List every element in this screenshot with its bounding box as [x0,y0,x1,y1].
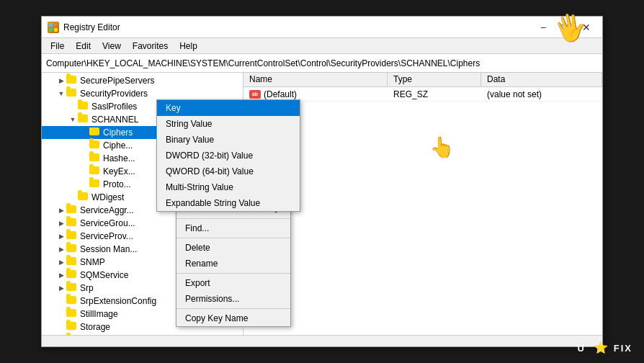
tree-label: Hashe... [103,153,135,163]
tree-label: Storage [80,322,110,332]
tree-item-securepipeservers[interactable]: ▶ SecurePipeServers [42,74,243,87]
address-text[interactable]: Computer\HKEY_LOCAL_MACHINE\SYSTEM\Curre… [46,58,598,68]
ctx-rename[interactable]: Rename [176,256,290,272]
tree-label: SaslProfiles [91,102,137,112]
tree-label: ServiceAggr... [80,205,134,215]
expander-icon: ▶ [56,283,66,293]
expander-icon: ▶ [56,205,66,215]
ctx-export[interactable]: Export [176,275,290,291]
tree-label: ServiceProv... [80,231,133,241]
window-controls: − □ ✕ [533,19,596,35]
expander-icon: ▶ [56,231,66,241]
expander-icon [56,322,66,332]
tree-label: Session Man... [80,244,137,254]
expander-icon: ▼ [68,115,78,125]
svg-rect-1 [54,23,58,27]
detail-header: Name Type Data [243,73,602,87]
tree-label: Proto... [103,179,131,189]
expander-icon: ▶ [56,218,66,228]
tree-label: SCHANNEL [91,115,138,125]
expander-icon: ▶ [56,76,66,86]
sub-binary-value[interactable]: Binary Value [157,132,300,148]
ctx-separator-2 [176,238,290,238]
sub-expandable-value[interactable]: Expandable String Value [157,195,300,211]
ctx-find[interactable]: Find... [176,220,290,236]
scrollbar-horizontal[interactable] [42,335,602,346]
reg-name: (Default) [264,89,297,99]
svg-rect-0 [49,23,53,27]
submenu: Key String Value Binary Value DWORD (32-… [156,99,300,212]
expander-icon: ▶ [56,257,66,267]
expander-icon [56,309,66,319]
tree-label: SQMService [80,270,128,280]
close-button[interactable]: ✕ [576,19,596,35]
tree-label: Ciphers [103,127,133,138]
minimize-button[interactable]: − [533,19,553,35]
menu-help[interactable]: Help [174,40,203,53]
ctx-permissions[interactable]: Permissions... [176,291,290,307]
sub-string-value[interactable]: String Value [157,116,300,132]
expander-icon [68,192,78,202]
ctx-separator-1 [176,218,290,219]
reg-type: REG_SZ [388,88,481,101]
tree-label: KeyEx... [103,166,135,176]
window-title: Registry Editor [63,22,120,32]
tree-label: Srp [80,283,94,293]
ctx-separator-4 [176,308,290,309]
tree-label: StillImage [80,309,118,319]
tree-label: SecurePipeServers [80,76,154,86]
col-data: Data [481,73,602,86]
expander-icon [79,153,89,163]
ctx-copy-key[interactable]: Copy Key Name [176,310,290,326]
menu-view[interactable]: View [97,40,127,53]
app-icon [48,22,59,33]
ctx-separator-3 [176,273,290,274]
expander-icon [79,140,89,151]
tree-label: ServiceGrou... [80,218,135,228]
watermark: U ⭐ FIX [578,341,632,354]
tree-item-storagemanagement[interactable]: StorageManagement [42,333,243,335]
expander-icon [79,127,89,138]
reg-icon: ab [249,90,261,99]
svg-rect-2 [49,28,53,32]
svg-rect-3 [54,28,58,32]
tree-label: SrpExtensionConfig [80,296,156,306]
ctx-delete[interactable]: Delete [176,240,290,256]
maximize-button[interactable]: □ [555,19,575,35]
sub-multistring-value[interactable]: Multi-String Value [157,179,300,195]
menu-edit[interactable]: Edit [70,40,97,53]
tree-label: SecurityProviders [80,89,148,99]
tree-label: Ciphe... [103,140,133,151]
expander-icon [56,296,66,306]
menu-favorites[interactable]: Favorites [127,40,174,53]
expander-icon [79,166,89,176]
expander-icon [79,179,89,189]
tree-item-securityproviders[interactable]: ▼ SecurityProviders [42,87,243,100]
col-name: Name [243,73,388,86]
expander-icon: ▶ [56,244,66,254]
reg-data: (value not set) [481,88,602,101]
tree-label: WDigest [91,192,124,202]
col-type: Type [388,73,481,86]
sub-qword-value[interactable]: QWORD (64-bit) Value [157,163,300,179]
sub-dword-value[interactable]: DWORD (32-bit) Value [157,148,300,163]
menu-bar: File Edit View Favorites Help [42,38,602,54]
expander-icon: ▶ [56,270,66,280]
sub-key[interactable]: Key [157,100,300,116]
tree-label: SNMP [80,257,105,267]
menu-file[interactable]: File [45,40,70,53]
address-bar: Computer\HKEY_LOCAL_MACHINE\SYSTEM\Curre… [42,54,602,73]
expander-icon: ▼ [56,89,66,99]
expander-icon [68,102,78,112]
title-bar: Registry Editor − □ ✕ [42,17,602,38]
main-area: ▶ SecurePipeServers ▼ SecurityProviders … [42,73,602,335]
